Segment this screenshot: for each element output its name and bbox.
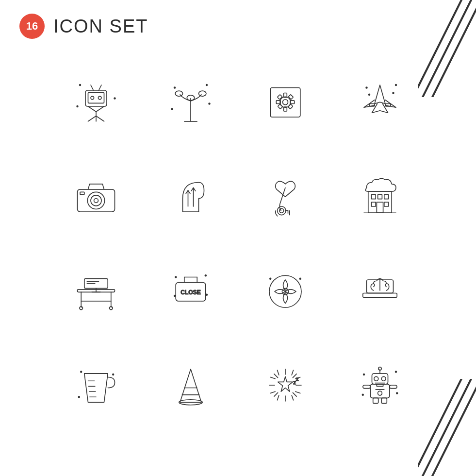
svg-point-120 [395, 371, 397, 373]
svg-point-75 [175, 276, 177, 278]
svg-text:CLOSE: CLOSE [181, 289, 201, 295]
svg-point-52 [279, 208, 284, 213]
svg-rect-135 [381, 398, 387, 403]
svg-line-8 [96, 116, 104, 121]
svg-line-114 [270, 391, 275, 393]
svg-point-44 [87, 192, 104, 209]
icon-grid: CLOSE [49, 53, 427, 432]
svg-line-106 [293, 392, 296, 396]
svg-rect-62 [377, 202, 383, 213]
svg-point-4 [114, 97, 115, 99]
icon-street-lamp [144, 53, 238, 148]
svg-point-85 [299, 277, 301, 279]
svg-line-2 [418, 0, 466, 97]
svg-line-9 [88, 106, 97, 112]
svg-rect-60 [371, 202, 376, 206]
svg-line-113 [278, 395, 279, 400]
svg-point-23 [175, 91, 182, 96]
svg-rect-134 [373, 398, 378, 403]
svg-line-111 [292, 370, 293, 375]
icon-airplane [333, 53, 427, 148]
svg-point-127 [374, 376, 378, 381]
svg-point-39 [392, 92, 394, 94]
svg-point-40 [368, 93, 370, 95]
svg-line-110 [270, 377, 275, 378]
deco-lines-bottom [418, 379, 476, 476]
svg-point-121 [396, 392, 398, 394]
svg-rect-36 [288, 104, 293, 109]
svg-line-14 [99, 85, 102, 90]
deco-lines-top [418, 0, 476, 97]
svg-point-119 [363, 373, 365, 375]
icon-brain-laptop [333, 243, 427, 338]
icon-leaf-circle [238, 243, 333, 338]
svg-point-128 [381, 376, 386, 381]
svg-rect-57 [371, 194, 376, 199]
icon-star-burst: z z [238, 338, 333, 432]
icon-gear-settings [238, 53, 333, 148]
svg-point-37 [365, 86, 367, 88]
svg-rect-26 [270, 87, 300, 117]
svg-line-7 [88, 116, 97, 121]
icon-robot [333, 338, 427, 432]
svg-rect-41 [369, 103, 375, 106]
svg-line-1 [418, 0, 476, 97]
svg-point-15 [91, 96, 94, 100]
icon-building [333, 148, 427, 243]
svg-rect-131 [377, 384, 383, 386]
svg-point-51 [278, 206, 286, 215]
svg-point-45 [91, 195, 101, 205]
svg-point-20 [171, 108, 173, 110]
svg-rect-58 [378, 194, 382, 199]
header: 16 Icon Set [0, 0, 476, 49]
svg-point-24 [199, 91, 206, 96]
svg-text:z: z [296, 376, 299, 382]
svg-rect-42 [385, 103, 391, 106]
svg-point-17 [174, 86, 176, 88]
badge-number: 16 [19, 14, 45, 39]
svg-rect-86 [363, 293, 397, 297]
svg-point-92 [78, 396, 80, 398]
icon-measuring-cup [49, 338, 144, 432]
svg-point-18 [206, 84, 208, 85]
svg-point-84 [269, 277, 271, 279]
icon-growth-mind [144, 148, 238, 243]
icon-camera [49, 148, 144, 243]
svg-line-139 [418, 379, 476, 476]
svg-rect-59 [384, 194, 389, 199]
svg-rect-43 [78, 189, 115, 211]
svg-point-28 [283, 99, 288, 104]
svg-point-5 [76, 105, 78, 107]
svg-point-3 [79, 84, 81, 85]
svg-line-0 [427, 0, 476, 97]
page-title: Icon Set [53, 16, 148, 37]
svg-point-76 [205, 274, 207, 276]
svg-point-38 [395, 84, 397, 85]
svg-point-122 [362, 393, 364, 395]
svg-line-115 [292, 395, 293, 400]
svg-rect-35 [278, 104, 282, 109]
icon-tv-head-man [49, 53, 144, 148]
svg-line-109 [278, 370, 279, 375]
svg-point-16 [98, 96, 101, 100]
icon-close-sign: CLOSE [144, 243, 238, 338]
svg-rect-47 [80, 192, 84, 195]
svg-point-137 [378, 391, 382, 395]
svg-line-105 [274, 374, 278, 377]
svg-point-91 [112, 373, 114, 375]
svg-line-10 [96, 106, 104, 112]
svg-line-138 [427, 379, 476, 476]
svg-point-19 [208, 102, 210, 104]
svg-line-108 [274, 392, 278, 396]
svg-line-116 [295, 391, 300, 393]
icon-computer-desk [49, 243, 144, 338]
icon-heart-key [238, 148, 333, 243]
svg-rect-61 [384, 202, 389, 206]
svg-line-13 [91, 85, 94, 90]
svg-line-140 [418, 379, 466, 476]
svg-point-90 [80, 371, 82, 373]
svg-rect-133 [390, 385, 397, 389]
svg-point-46 [94, 198, 98, 203]
icon-traffic-cone [144, 338, 238, 432]
svg-rect-132 [363, 385, 370, 389]
